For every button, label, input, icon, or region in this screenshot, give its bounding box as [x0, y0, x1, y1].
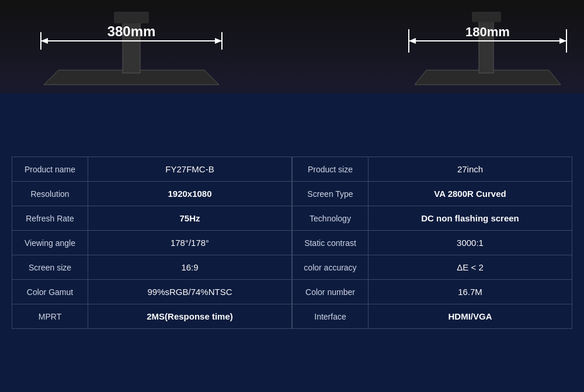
svg-marker-14: [409, 38, 416, 44]
spec-value: 27inch: [369, 157, 572, 182]
spec-value: DC non flashing screen: [369, 206, 572, 231]
table-row: Product size27inch: [293, 157, 572, 182]
table-row: Static contrast3000:1: [293, 231, 572, 255]
spec-label: Product size: [293, 157, 369, 182]
spec-value: FY27FMC-B: [88, 157, 292, 182]
spec-label: Color number: [293, 280, 369, 304]
table-row: MPRT2MS(Response time): [12, 304, 292, 329]
spec-value: HDMI/VGA: [369, 304, 572, 329]
spec-label: Technology: [293, 206, 369, 231]
spec-value: 16:9: [88, 255, 292, 280]
svg-text:380mm: 380mm: [107, 23, 156, 39]
spec-label: Screen size: [12, 255, 88, 280]
spec-label: Screen Type: [293, 182, 369, 206]
table-row: Refresh Rate75Hz: [12, 206, 292, 231]
spec-value: ΔE < 2: [369, 255, 572, 280]
svg-rect-5: [472, 12, 501, 22]
svg-marker-10: [215, 38, 222, 44]
spec-value: 2MS(Response time): [88, 304, 292, 329]
spec-value: 178°/178°: [88, 231, 292, 255]
spec-label: color accuracy: [293, 255, 369, 280]
table-row: Screen TypeVA 2800R Curved: [293, 182, 572, 206]
svg-rect-2: [114, 12, 149, 23]
bottom-section: Product nameFY27FMC-BResolution1920x1080…: [0, 93, 584, 392]
svg-text:180mm: 180mm: [465, 25, 510, 39]
spec-value: 75Hz: [88, 206, 292, 231]
spec-label: Refresh Rate: [12, 206, 88, 231]
table-row: Product nameFY27FMC-B: [12, 157, 292, 182]
table-row: Viewing angle178°/178°: [12, 231, 292, 255]
spec-value: 3000:1: [369, 231, 572, 255]
table-row: Resolution1920x1080: [12, 182, 292, 206]
table-row: InterfaceHDMI/VGA: [293, 304, 572, 329]
top-section: 380mm 180mm: [0, 0, 584, 93]
table-row: color accuracyΔE < 2: [293, 255, 572, 280]
table-row: Color Gamut99%sRGB/74%NTSC: [12, 280, 292, 304]
table-row: Color number16.7M: [293, 280, 572, 304]
spec-label: Static contrast: [293, 231, 369, 255]
spec-table-right: Product size27inchScreen TypeVA 2800R Cu…: [292, 157, 572, 329]
spec-label: Product name: [12, 157, 88, 182]
table-row: Screen size16:9: [12, 255, 292, 280]
spec-label: MPRT: [12, 304, 88, 329]
table-row: TechnologyDC non flashing screen: [293, 206, 572, 231]
svg-marker-15: [559, 38, 566, 44]
spec-table-container: Product nameFY27FMC-BResolution1920x1080…: [12, 157, 572, 329]
spec-label: Resolution: [12, 182, 88, 206]
svg-marker-9: [41, 38, 48, 44]
spec-value: 16.7M: [369, 280, 572, 304]
spec-value: VA 2800R Curved: [369, 182, 572, 206]
spec-table-left: Product nameFY27FMC-BResolution1920x1080…: [12, 157, 292, 329]
spec-label: Interface: [293, 304, 369, 329]
spec-value: 1920x1080: [88, 182, 292, 206]
spec-label: Color Gamut: [12, 280, 88, 304]
spec-label: Viewing angle: [12, 231, 88, 255]
spec-value: 99%sRGB/74%NTSC: [88, 280, 292, 304]
